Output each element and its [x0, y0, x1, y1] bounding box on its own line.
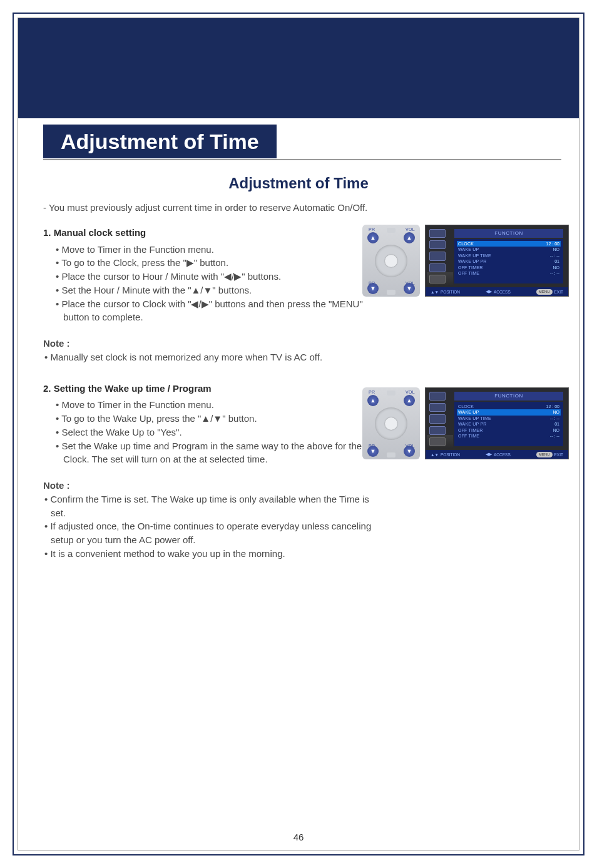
osd-footer-exit: MENU EXIT — [536, 452, 563, 457]
page-number: 46 — [18, 832, 579, 842]
osd-row: WAKE UPNO — [457, 247, 561, 252]
osd-row-value: NO — [553, 427, 560, 433]
osd-menu-pill: MENU — [536, 452, 553, 457]
section2-bullets: • Move to Timer in the Function menu. • … — [43, 398, 375, 466]
remote-up-button-right: ▲ — [404, 395, 415, 406]
osd-footer-exit-label: EXIT — [554, 452, 563, 457]
osd-row-label: WAKE UP PR — [458, 258, 487, 264]
osd-row-label: CLOCK — [458, 241, 474, 247]
remote-down-button: ▼ — [367, 283, 379, 294]
remote-down-button-right: ▼ — [404, 446, 415, 457]
bullet: • Set the Wake up time and Program in th… — [56, 439, 375, 467]
osd-screenshot-2: FUNCTION CLOCK12 : 00WAKE UPNOWAKE UP TI… — [425, 387, 569, 459]
bullet: • To go to the Clock, press the "▶" butt… — [56, 256, 375, 270]
chapter-title-row: Adjustment of Time — [43, 125, 277, 158]
osd-row-label: WAKE UP TIME — [458, 253, 491, 258]
osd-sidebar-icon — [429, 392, 446, 401]
osd-row-label: OFF TIMER — [458, 265, 482, 270]
osd-menu-body: CLOCK12 : 00WAKE UPNOWAKE UP TIME-- : --… — [454, 239, 563, 283]
bullet: • Select the Wake Up to "Yes". — [56, 426, 375, 439]
osd-row: OFF TIME-- : -- — [457, 433, 561, 439]
osd-row: WAKE UP TIME-- : -- — [457, 253, 561, 258]
osd-row: CLOCK12 : 00 — [457, 404, 561, 409]
osd-row-label: OFF TIME — [458, 433, 479, 439]
remote-pad-illustration: PR VOL PR VOL MENU ▲ ▲ ▼ ▼ — [362, 225, 420, 297]
osd-row-label: WAKE UP — [458, 409, 479, 415]
remote-down-button: ▼ — [367, 446, 379, 457]
osd-footer: ▲▼ POSITION ◀▶ ACCESS MENU EXIT — [426, 287, 568, 296]
osd-row: OFF TIMERNO — [457, 427, 561, 433]
osd-footer: ▲▼ POSITION ◀▶ ACCESS MENU EXIT — [426, 450, 568, 459]
osd-sidebar — [429, 229, 452, 283]
osd-row: OFF TIME-- : -- — [457, 270, 561, 276]
remote-up-button-right: ▲ — [404, 232, 415, 243]
figure-group-2: PR VOL PR VOL MENU ▲ ▲ ▼ ▼ FUNCTION — [362, 387, 569, 459]
remote-dpad-knob — [375, 407, 407, 440]
note-bullet: • Manually set clock is not memorized an… — [43, 350, 375, 364]
bullet: • Set the Hour / Minute with the "▲/▼" b… — [56, 283, 375, 297]
osd-row-value: NO — [553, 247, 560, 252]
osd-sidebar-icon — [429, 263, 446, 272]
remote-label-vol: VOL — [406, 227, 415, 232]
osd-footer-position: ▲▼ POSITION — [431, 452, 460, 457]
title-underline — [43, 159, 561, 160]
osd-sidebar-icon — [429, 437, 446, 446]
osd-footer-exit-label: EXIT — [554, 290, 563, 294]
osd-sidebar-icon — [429, 229, 446, 238]
osd-row-value: 12 : 00 — [546, 404, 559, 409]
bullet: • Place the cursor to Hour / Minute with… — [56, 270, 375, 283]
note-bullet: • Confirm the Time is set. The Wake up t… — [43, 493, 375, 520]
inner-frame: Adjustment of Time Adjustment of Time - … — [18, 18, 579, 850]
osd-footer-position-label: POSITION — [441, 290, 460, 294]
lede-text: - You must previously adjust current tim… — [43, 201, 561, 215]
osd-sidebar-icon — [429, 240, 446, 249]
remote-book-top-icon — [387, 391, 395, 396]
remote-dpad-knob — [375, 245, 407, 277]
section2-note-heading: Note : — [43, 479, 375, 493]
section2-note-body: • Confirm the Time is set. The Wake up t… — [43, 493, 375, 561]
remote-label-pr: PR — [369, 390, 375, 394]
osd-menu-pill: MENU — [536, 289, 553, 295]
osd-footer-exit: MENU EXIT — [536, 289, 563, 295]
osd-sidebar-icon — [429, 275, 446, 283]
osd-sidebar-icon — [429, 403, 446, 412]
osd-footer-access: ◀▶ ACCESS — [486, 452, 511, 457]
remote-book-bottom-icon — [387, 452, 395, 457]
outer-frame: Adjustment of Time Adjustment of Time - … — [13, 13, 584, 855]
osd-row-label: CLOCK — [458, 404, 474, 409]
remote-up-button: ▲ — [367, 395, 379, 406]
section1-bullets: • Move to Timer in the Function menu. • … — [43, 243, 375, 325]
osd-footer-position-label: POSITION — [441, 452, 460, 457]
remote-up-button: ▲ — [367, 232, 379, 243]
note-bullet: • It is a convenient method to wake you … — [43, 547, 375, 561]
note-bullet: • If adjusted once, the On-time continue… — [43, 519, 375, 547]
osd-footer-position: ▲▼ POSITION — [431, 290, 460, 294]
figure-group-1: PR VOL PR VOL MENU ▲ ▲ ▼ ▼ FUNCTION — [362, 225, 569, 297]
osd-footer-access: ◀▶ ACCESS — [486, 289, 511, 294]
osd-screenshot-1: FUNCTION CLOCK12 : 00WAKE UPNOWAKE UP TI… — [425, 225, 569, 297]
remote-book-top-icon — [387, 228, 395, 233]
remote-label-vol: VOL — [406, 390, 415, 394]
osd-row-label: WAKE UP PR — [458, 421, 487, 427]
remote-label-pr: PR — [369, 227, 375, 232]
osd-row-value: -- : -- — [550, 416, 559, 421]
osd-row-value: NO — [553, 265, 560, 270]
bullet: • Move to Timer in the Function menu. — [56, 243, 375, 257]
bullet: • To go to the Wake Up, press the "▲/▼" … — [56, 412, 375, 426]
osd-footer-access-label: ACCESS — [494, 290, 511, 294]
bullet: • Place the cursor to Clock with "◀/▶" b… — [56, 297, 375, 325]
left-column: 1. Manual clock setting • Move to Timer … — [43, 226, 375, 561]
remote-pad-illustration: PR VOL PR VOL MENU ▲ ▲ ▼ ▼ — [362, 387, 420, 459]
osd-sidebar-icon — [429, 252, 446, 260]
remote-book-bottom-icon — [387, 290, 395, 295]
osd-row: WAKE UP PR01 — [457, 258, 561, 264]
osd-sidebar-icon — [429, 414, 446, 423]
header-band — [18, 18, 579, 118]
section1-heading: 1. Manual clock setting — [43, 226, 375, 240]
osd-row: WAKE UP TIME-- : -- — [457, 416, 561, 421]
section1-note-heading: Note : — [43, 337, 375, 350]
osd-row-label: WAKE UP TIME — [458, 416, 491, 421]
remote-down-button-right: ▼ — [404, 283, 415, 294]
osd-row-label: OFF TIME — [458, 270, 479, 276]
chapter-title: Adjustment of Time — [43, 125, 277, 158]
